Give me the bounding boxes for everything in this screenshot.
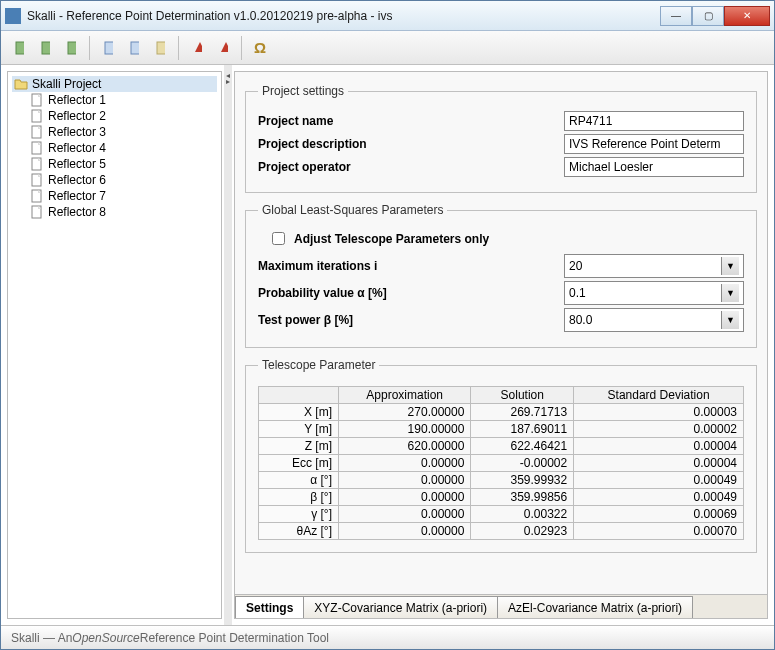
toolbar-btn-4[interactable] [96,36,120,60]
project-settings-group: Project settings Project name Project de… [245,84,757,193]
chevron-down-icon[interactable]: ▼ [721,257,739,275]
titlebar[interactable]: Skalli - Reference Point Determination v… [1,1,774,31]
close-button[interactable]: ✕ [724,6,770,26]
col-solution: Solution [471,387,574,404]
document-icon [30,205,44,219]
tree-item-label: Reflector 4 [48,141,106,155]
document-icon [30,125,44,139]
table-row: β [°]0.00000359.998560.00049 [259,489,744,506]
toolbar-btn-8[interactable] [211,36,235,60]
tree-item[interactable]: Reflector 7 [30,188,217,204]
testpower-combo[interactable]: 80.0▼ [564,308,744,332]
splitter-grip-icon: ◂▸ [226,73,230,85]
toolbar-btn-7[interactable] [185,36,209,60]
glsp-group: Global Least-Squares Parameters Adjust T… [245,203,757,348]
table-row: Ecc [m]0.00000-0.000020.00004 [259,455,744,472]
splitter[interactable]: ◂▸ [224,65,232,625]
svg-rect-4 [131,42,139,54]
project-desc-label: Project description [258,137,564,151]
toolbar-btn-3[interactable] [59,36,83,60]
document-icon [30,93,44,107]
toolbar-btn-1[interactable] [7,36,31,60]
tree-item[interactable]: Reflector 8 [30,204,217,220]
window-title: Skalli - Reference Point Determination v… [27,9,660,23]
svg-rect-0 [16,42,24,54]
tree-item[interactable]: Reflector 4 [30,140,217,156]
tree-item[interactable]: Reflector 1 [30,92,217,108]
svg-rect-1 [42,42,50,54]
telescope-param-table: Approximation Solution Standard Deviatio… [258,386,744,540]
document-icon [30,109,44,123]
table-row: X [m]270.00000269.717130.00003 [259,404,744,421]
testpower-label: Test power β [%] [258,313,564,327]
project-settings-legend: Project settings [258,84,348,98]
tree-root[interactable]: Skalli Project [12,76,217,92]
tree-item-label: Reflector 7 [48,189,106,203]
table-row: α [°]0.00000359.999320.00049 [259,472,744,489]
table-row: γ [°]0.000000.003220.00069 [259,506,744,523]
tree-item-label: Reflector 5 [48,157,106,171]
toolbar-separator [241,36,242,60]
svg-rect-3 [105,42,113,54]
document-icon [30,141,44,155]
tree-item[interactable]: Reflector 5 [30,156,217,172]
tree-item-label: Reflector 8 [48,205,106,219]
toolbar-btn-2[interactable] [33,36,57,60]
status-text-italic: OpenSource [72,631,139,645]
tree-item-label: Reflector 1 [48,93,106,107]
tree-root-label: Skalli Project [32,77,101,91]
tree-item-label: Reflector 2 [48,109,106,123]
toolbar-btn-6[interactable] [148,36,172,60]
tab-settings[interactable]: Settings [235,596,304,619]
table-row: Y [m]190.00000187.690110.00002 [259,421,744,438]
toolbar-btn-5[interactable] [122,36,146,60]
tab-azel-cov[interactable]: AzEl-Covariance Matrix (a-priori) [497,596,693,619]
col-std: Standard Deviation [574,387,744,404]
table-row: Z [m]620.00000622.464210.00004 [259,438,744,455]
toolbar-separator [178,36,179,60]
document-icon [30,157,44,171]
main-panel: Project settings Project name Project de… [234,71,768,619]
toolbar: Ω [1,31,774,65]
adjust-only-checkbox[interactable] [272,232,285,245]
maxiter-label: Maximum iterations i [258,259,564,273]
toolbar-omega-button[interactable]: Ω [248,36,272,60]
folder-open-icon [14,77,28,91]
tree-item-label: Reflector 6 [48,173,106,187]
tree-item[interactable]: Reflector 2 [30,108,217,124]
glsp-legend: Global Least-Squares Parameters [258,203,447,217]
status-text-pre: Skalli — An [11,631,72,645]
adjust-only-label: Adjust Telescope Parameters only [294,232,489,246]
document-icon [30,173,44,187]
document-icon [30,189,44,203]
telescope-param-legend: Telescope Parameter [258,358,379,372]
statusbar: Skalli — An OpenSource Reference Point D… [1,625,774,649]
toolbar-separator [89,36,90,60]
body-area: Skalli Project Reflector 1Reflector 2Ref… [1,65,774,625]
chevron-down-icon[interactable]: ▼ [721,311,739,329]
project-name-input[interactable] [564,111,744,131]
settings-content: Project settings Project name Project de… [235,72,767,594]
tree-item[interactable]: Reflector 3 [30,124,217,140]
minimize-button[interactable]: — [660,6,692,26]
app-icon [5,8,21,24]
tree-item-label: Reflector 3 [48,125,106,139]
chevron-down-icon[interactable]: ▼ [721,284,739,302]
probability-combo[interactable]: 0.1▼ [564,281,744,305]
project-name-label: Project name [258,114,564,128]
status-text-post: Reference Point Determination Tool [140,631,329,645]
tree-item[interactable]: Reflector 6 [30,172,217,188]
col-approx: Approximation [339,387,471,404]
project-desc-input[interactable] [564,134,744,154]
maxiter-combo[interactable]: 20▼ [564,254,744,278]
svg-rect-2 [68,42,76,54]
maximize-button[interactable]: ▢ [692,6,724,26]
project-tree[interactable]: Skalli Project Reflector 1Reflector 2Ref… [7,71,222,619]
tab-xyz-cov[interactable]: XYZ-Covariance Matrix (a-priori) [303,596,498,619]
table-row: θAz [°]0.000000.029230.00070 [259,523,744,540]
telescope-param-group: Telescope Parameter Approximation Soluti… [245,358,757,553]
project-operator-label: Project operator [258,160,564,174]
tab-strip: Settings XYZ-Covariance Matrix (a-priori… [235,594,767,618]
project-operator-input[interactable] [564,157,744,177]
svg-rect-5 [157,42,165,54]
